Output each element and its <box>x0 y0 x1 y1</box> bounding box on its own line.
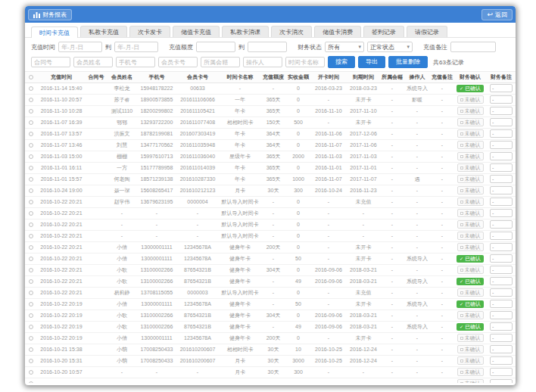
finance-remark-input[interactable] <box>490 84 513 92</box>
tab-8[interactable]: 签到记录 <box>363 26 404 37</box>
row-checkbox[interactable] <box>29 188 33 193</box>
row-checkbox[interactable] <box>29 177 33 182</box>
finance-remark-input[interactable] <box>490 243 513 251</box>
recharge-time-start-input[interactable] <box>58 42 102 52</box>
amount-max-input[interactable] <box>248 42 287 52</box>
card-status-select[interactable]: 正常状态 ▾ <box>367 42 413 52</box>
unconfirmed-checkbox[interactable]: 未确认 <box>457 198 484 206</box>
finance-remark-input[interactable] <box>490 198 513 206</box>
finance-remark-input[interactable] <box>490 163 513 172</box>
row-checkbox[interactable] <box>29 222 33 227</box>
unconfirmed-checkbox[interactable]: 未确认 <box>457 379 484 383</box>
unconfirmed-checkbox[interactable]: 未确认 <box>457 220 484 229</box>
finance-remark-input[interactable] <box>490 356 513 365</box>
unconfirmed-checkbox[interactable]: 未确认 <box>457 288 484 297</box>
recharge-time-end-input[interactable] <box>114 42 158 52</box>
row-checkbox[interactable] <box>29 120 33 125</box>
finance-remark-input[interactable] <box>490 220 513 229</box>
finance-remark-input[interactable] <box>490 311 513 319</box>
row-checkbox[interactable] <box>29 279 33 284</box>
filter-input-6[interactable] <box>243 57 282 67</box>
unconfirmed-checkbox[interactable]: 未确认 <box>457 266 484 274</box>
row-checkbox[interactable] <box>29 291 33 295</box>
row-checkbox[interactable] <box>29 302 33 306</box>
filter-input-1[interactable] <box>31 57 70 67</box>
filter-input-7[interactable] <box>285 57 325 67</box>
filter-input-3[interactable] <box>116 57 155 67</box>
unconfirmed-checkbox[interactable]: 未确认 <box>457 141 484 149</box>
finance-remark-input[interactable] <box>490 345 513 353</box>
back-button[interactable]: ↩ 返回 <box>481 9 513 20</box>
finance-remark-input[interactable] <box>490 300 513 308</box>
row-checkbox[interactable] <box>29 132 33 136</box>
finance-remark-input[interactable] <box>490 118 513 126</box>
unconfirmed-checkbox[interactable]: 未确认 <box>457 356 484 365</box>
tab-5[interactable]: 私教卡消课 <box>222 26 269 37</box>
row-checkbox[interactable] <box>29 268 33 272</box>
row-checkbox[interactable] <box>29 109 33 114</box>
row-checkbox[interactable] <box>29 336 33 341</box>
tab-1[interactable]: 时间卡充值 <box>31 26 78 38</box>
unconfirmed-checkbox[interactable]: 未确认 <box>457 334 484 342</box>
batch-delete-button[interactable]: 批量删除 <box>388 56 428 68</box>
tab-7[interactable]: 储值卡消费 <box>314 26 361 37</box>
select-all-checkbox[interactable] <box>29 75 33 79</box>
finance-remark-input[interactable] <box>490 368 513 376</box>
unconfirmed-checkbox[interactable]: 未确认 <box>457 345 484 353</box>
tab-3[interactable]: 次卡发卡 <box>129 26 170 37</box>
finance-remark-input[interactable] <box>490 129 513 138</box>
remark-input[interactable] <box>450 42 496 52</box>
finance-remark-input[interactable] <box>490 152 513 160</box>
row-checkbox[interactable] <box>29 200 33 204</box>
amount-min-input[interactable] <box>196 42 235 52</box>
tab-2[interactable]: 私教卡充值 <box>80 26 127 37</box>
row-checkbox[interactable] <box>29 154 33 159</box>
tab-4[interactable]: 储值卡充值 <box>173 26 220 37</box>
row-checkbox[interactable] <box>29 257 33 261</box>
row-checkbox[interactable] <box>29 313 33 318</box>
unconfirmed-checkbox[interactable]: 未确认 <box>457 152 484 160</box>
search-button[interactable]: 搜索 <box>328 56 355 68</box>
row-checkbox[interactable] <box>29 98 33 102</box>
row-checkbox[interactable] <box>29 234 33 238</box>
finance-remark-input[interactable] <box>490 288 513 297</box>
row-checkbox[interactable] <box>29 381 33 383</box>
unconfirmed-checkbox[interactable]: 未确认 <box>457 129 484 138</box>
finance-remark-input[interactable] <box>490 141 513 149</box>
row-checkbox[interactable] <box>29 86 33 91</box>
filter-input-2[interactable] <box>73 57 113 67</box>
export-button[interactable]: 导出 <box>358 56 385 68</box>
filter-input-5[interactable] <box>201 57 240 67</box>
row-checkbox[interactable] <box>29 347 33 352</box>
unconfirmed-checkbox[interactable]: 未确认 <box>457 186 484 194</box>
tab-9[interactable]: 请假记录 <box>407 26 447 37</box>
unconfirmed-checkbox[interactable]: 未确认 <box>457 232 484 240</box>
finance-remark-input[interactable] <box>490 186 513 194</box>
finance-remark-input[interactable] <box>490 175 513 183</box>
finance-remark-input[interactable] <box>490 107 513 115</box>
finance-remark-input[interactable] <box>490 232 513 240</box>
finance-remark-input[interactable] <box>490 334 513 342</box>
report-title-chip[interactable]: 财务报表 <box>28 9 72 20</box>
row-checkbox[interactable] <box>29 325 33 329</box>
row-checkbox[interactable] <box>29 370 33 375</box>
tab-6[interactable]: 次卡消次 <box>271 26 312 37</box>
unconfirmed-checkbox[interactable]: 未确认 <box>457 243 484 251</box>
finance-status-select[interactable]: 所有 ▾ <box>325 42 364 52</box>
unconfirmed-checkbox[interactable]: 未确认 <box>457 368 484 376</box>
finance-remark-input[interactable] <box>490 277 513 285</box>
unconfirmed-checkbox[interactable]: 未确认 <box>457 107 484 115</box>
row-checkbox[interactable] <box>29 143 33 148</box>
row-checkbox[interactable] <box>29 166 33 170</box>
unconfirmed-checkbox[interactable]: 未确认 <box>457 209 484 217</box>
unconfirmed-checkbox[interactable]: 未确认 <box>457 163 484 172</box>
row-checkbox[interactable] <box>29 211 33 216</box>
finance-remark-input[interactable] <box>490 209 513 217</box>
unconfirmed-checkbox[interactable]: 未确认 <box>457 95 484 104</box>
finance-remark-input[interactable] <box>490 322 513 331</box>
finance-remark-input[interactable] <box>490 266 513 274</box>
filter-input-4[interactable] <box>158 57 198 67</box>
finance-remark-input[interactable] <box>490 95 513 104</box>
unconfirmed-checkbox[interactable]: 未确认 <box>457 175 484 183</box>
finance-remark-input[interactable] <box>490 379 513 383</box>
